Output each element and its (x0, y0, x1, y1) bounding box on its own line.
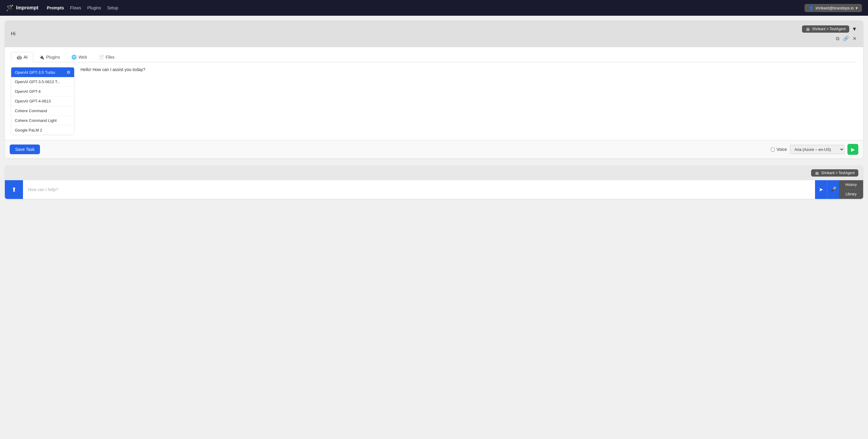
tab-ai[interactable]: 🤖 AI (11, 52, 33, 62)
card-body: 🤖 AI 🔌 Plugins 🌐 Web 📄 Files (5, 47, 863, 140)
voice-select[interactable]: Aria (Azure – en-US) (790, 145, 844, 154)
logo-icon: 🪄 (6, 4, 13, 11)
model-option-5[interactable]: Google PaLM 2 (11, 126, 74, 135)
tab-web-label: Web (79, 55, 87, 60)
app-name: Imprompt (16, 5, 38, 10)
bottom-agent-badge: 🤖 Shrikant > TestAgent (811, 169, 858, 176)
save-task-button[interactable]: Save Task (10, 144, 40, 154)
ai-tab-content: OpenAI GPT-3.5 Turbo ⚙ OpenAI GPT-3.5-06… (11, 62, 857, 140)
model-option-2[interactable]: OpenAI GPT-4-0613 (11, 96, 74, 106)
chat-send-button[interactable]: ➤ (815, 180, 827, 199)
model-option-4[interactable]: Cohere Command Light (11, 116, 74, 126)
main-content: Hi 🤖 Shrikant > TestAgent ▼ ⧉ 🔗 ✕ (0, 16, 868, 204)
navbar-left: 🪄 Imprompt Prompts Flows Plugins Setup (6, 4, 118, 11)
agent-label: Shrikant > TestAgent (812, 27, 846, 31)
chat-right-section: ➤ 🎤 History Library (815, 180, 863, 199)
copy-button[interactable]: ⧉ (835, 35, 840, 42)
user-email: shrikant@brandops.io (815, 6, 854, 10)
bottom-agent-icon: 🤖 (815, 171, 819, 175)
chat-send-mic: ➤ 🎤 (815, 180, 839, 199)
ai-response-text: Hello! How can I assist you today? (74, 67, 857, 135)
plugins-tab-icon: 🔌 (39, 55, 44, 60)
model-option-1[interactable]: OpenAI GPT-4 (11, 87, 74, 96)
chat-input[interactable] (23, 180, 815, 199)
app-logo: 🪄 Imprompt (6, 4, 38, 11)
model-option-3[interactable]: Cohere Command (11, 106, 74, 116)
user-menu-button[interactable]: 👤 shrikant@brandops.io ▾ (804, 4, 862, 12)
chat-mic-button[interactable]: 🎤 (827, 180, 839, 199)
tab-web[interactable]: 🌐 Web (66, 52, 93, 62)
model-list: OpenAI GPT-3.5-0613 T... OpenAI GPT-4 Op… (11, 77, 74, 135)
tab-files-label: Files (105, 55, 115, 60)
model-option-0[interactable]: OpenAI GPT-3.5-0613 T... (11, 77, 74, 87)
chat-side-buttons: History Library (839, 180, 863, 199)
main-nav: Prompts Flows Plugins Setup (47, 4, 118, 11)
ai-tab-icon: 🤖 (17, 55, 22, 60)
card-footer: Save Task Voice Aria (Azure – en-US) ▶ (5, 140, 863, 159)
tab-ai-label: AI (24, 55, 28, 60)
prompt-card: Hi 🤖 Shrikant > TestAgent ▼ ⧉ 🔗 ✕ (5, 21, 863, 159)
selected-model-label: OpenAI GPT-3.5 Turbo (15, 70, 55, 75)
web-tab-icon: 🌐 (71, 55, 76, 60)
model-selected[interactable]: OpenAI GPT-3.5 Turbo ⚙ (11, 67, 74, 77)
close-button[interactable]: ✕ (852, 35, 857, 42)
nav-setup[interactable]: Setup (107, 4, 118, 11)
chat-history-button[interactable]: History (839, 180, 863, 190)
nav-flows[interactable]: Flows (70, 4, 82, 11)
chat-library-button[interactable]: Library (839, 190, 863, 199)
nav-plugins[interactable]: Plugins (87, 4, 101, 11)
bottom-chat-header: 🤖 Shrikant > TestAgent (5, 166, 863, 180)
user-dropdown-arrow: ▾ (856, 6, 858, 10)
bottom-agent-label: Shrikant > TestAgent (821, 171, 855, 175)
bottom-chat-body: ⬆ ➤ 🎤 History Library (5, 180, 863, 199)
voice-checkbox-label[interactable]: Voice (771, 147, 787, 152)
agent-dropdown-arrow[interactable]: ▼ (851, 26, 857, 32)
agent-badge: 🤖 Shrikant > TestAgent (802, 25, 849, 33)
model-dropdown: OpenAI GPT-3.5 Turbo ⚙ OpenAI GPT-3.5-06… (11, 67, 74, 135)
model-settings-icon[interactable]: ⚙ (67, 70, 70, 75)
voice-label: Voice (777, 147, 787, 152)
card-title: Hi (11, 31, 16, 37)
tab-plugins-label: Plugins (46, 55, 60, 60)
tab-plugins[interactable]: 🔌 Plugins (33, 52, 66, 62)
voice-checkbox-input[interactable] (771, 147, 775, 151)
agent-icon: 🤖 (806, 27, 810, 31)
tab-files[interactable]: 📄 Files (93, 52, 120, 62)
bottom-chat-card: 🤖 Shrikant > TestAgent ⬆ ➤ 🎤 History Lib… (5, 166, 863, 199)
link-button[interactable]: 🔗 (842, 35, 849, 42)
footer-right: Voice Aria (Azure – en-US) ▶ (771, 144, 858, 155)
tabs: 🤖 AI 🔌 Plugins 🌐 Web 📄 Files (11, 52, 857, 62)
nav-prompts[interactable]: Prompts (47, 4, 64, 11)
card-header-right: 🤖 Shrikant > TestAgent ▼ ⧉ 🔗 ✕ (802, 25, 857, 42)
navbar: 🪄 Imprompt Prompts Flows Plugins Setup 👤… (0, 0, 868, 16)
files-tab-icon: 📄 (99, 55, 104, 60)
chat-upload-button[interactable]: ⬆ (5, 180, 23, 199)
user-icon: 👤 (809, 6, 813, 10)
card-header-icons: ⧉ 🔗 ✕ (835, 35, 857, 42)
run-button[interactable]: ▶ (847, 144, 858, 155)
card-header: Hi 🤖 Shrikant > TestAgent ▼ ⧉ 🔗 ✕ (5, 21, 863, 47)
